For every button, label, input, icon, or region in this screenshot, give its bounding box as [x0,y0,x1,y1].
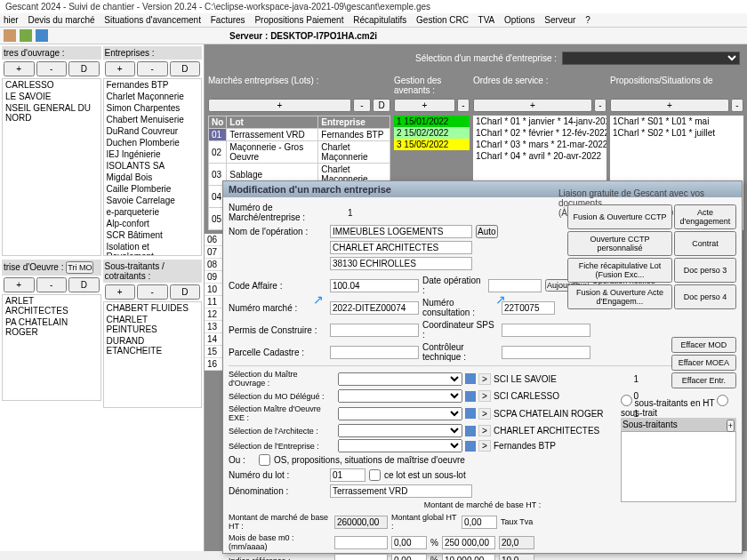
list-item[interactable]: CHARLET PEINTURES [104,314,202,335]
ctrl-tech-input[interactable] [502,346,590,359]
table-row[interactable]: 02Maçonnerie - Gros OeuvreCharlet Maçonn… [209,141,390,164]
remove-button[interactable]: - [36,277,68,292]
sel-dropdown[interactable] [338,372,462,386]
list-item[interactable]: e-parqueterie [104,206,202,218]
list-item[interactable]: 1Charl * S01 * L01 * mai [610,116,743,127]
montant-global-input[interactable] [462,516,497,529]
sel-dropdown[interactable] [338,407,462,420]
list-item[interactable]: 1Charl * S02 * L01 * juillet [610,127,743,139]
goto-button[interactable]: > [478,408,491,420]
st-add-button[interactable]: + [727,420,735,432]
tool-icon[interactable] [36,29,48,42]
list-item[interactable]: ISOLANTS SA [104,160,202,172]
effacer-mod-button[interactable]: Effacer MOD [671,337,736,353]
lots-add[interactable]: + [208,99,351,112]
menu-item[interactable]: Gestion CRC [416,15,469,25]
remove-button[interactable]: - [137,284,168,300]
list-item[interactable]: Charlet Maçonnerie [104,91,202,102]
menu-item[interactable]: Propositions Paiement [254,15,343,25]
montant-base-input[interactable] [334,516,388,529]
list-item[interactable]: Chabert Menuiserie [104,114,202,125]
list-item[interactable]: Migdal Bois [104,172,202,183]
permis-input[interactable] [330,324,419,337]
tva-input[interactable] [499,536,534,549]
list-item[interactable]: PA CHATELAIN ROGER [3,316,100,338]
list-item[interactable]: DURAND ETANCHEITE [104,335,202,356]
add-button[interactable]: + [4,277,35,292]
num-m-input[interactable] [330,301,419,315]
num-cons-input[interactable] [502,301,555,315]
tool-icon[interactable] [20,29,32,42]
amt-input[interactable] [442,554,495,560]
ent-list[interactable]: Fernandes BTPCharlet MaçonnerieSimon Cha… [103,78,203,256]
d-button[interactable]: D [68,61,100,76]
remove-button[interactable]: - [36,61,68,76]
list-item[interactable]: ARLET ARCHITECTES [3,295,100,316]
list-item[interactable]: NSEIL GENERAL DU NORD [3,102,100,124]
list-item[interactable]: CARLESSO [3,79,100,91]
ville-input[interactable] [330,257,472,270]
fiche-recap-button[interactable]: Fiche récapitulative Lot (Fusion Exc... [567,258,672,283]
list-item[interactable]: Alp-confort [104,218,202,229]
list-item[interactable]: 1Charl * 04 * avril * 20-avr-2022 [473,150,606,162]
av-rem[interactable]: - [457,99,470,112]
doc3-button[interactable]: Doc perso 3 [674,258,736,283]
st-ht-radio[interactable] [621,395,632,406]
list-item[interactable]: Fernandes BTP [104,79,202,91]
list-item[interactable]: CHABERT FLUIDES [104,302,202,314]
sous-lot-checkbox[interactable] [369,469,381,481]
archi-input[interactable] [330,241,472,254]
tva-input[interactable] [499,554,534,560]
list-item[interactable]: 1Charl * 01 * janvier * 14-janv-2022 [473,116,606,127]
list-item[interactable]: 1Charl * 02 * février * 12-fév-2022 [473,127,606,139]
list-item[interactable]: IEJ Ingénierie [104,148,202,160]
menu-item[interactable]: Serveur [544,15,575,25]
st-ttc-radio[interactable] [717,395,728,406]
date-op-input[interactable] [488,279,542,292]
goto-button[interactable]: > [478,373,491,385]
tri-mo-button[interactable]: Tri MO [66,261,93,274]
sel-dropdown[interactable] [338,389,462,403]
os-rem[interactable]: - [594,99,606,112]
auto-button[interactable]: Auto [476,225,498,238]
list-item[interactable]: DuRand Couvreur [104,125,202,137]
marche-select[interactable] [562,52,740,65]
pr-add[interactable]: + [610,99,729,112]
os-add[interactable]: + [473,99,592,112]
menu-item[interactable]: hier [4,15,19,25]
list-item[interactable]: Savoie Carrelage [104,195,202,206]
mo-list[interactable]: CARLESSOLE SAVOIENSEIL GENERAL DU NORD [2,78,101,256]
add-button[interactable]: + [105,284,136,300]
amt-input[interactable] [442,536,495,549]
effacer-moea-button[interactable]: Effacer MOEA [671,355,736,371]
effacer-entr-button[interactable]: Effacer Entr. [671,372,736,388]
table-row[interactable]: 01Terrassement VRDFernandes BTP [209,129,390,141]
contrat-button[interactable]: Contrat [674,231,736,256]
parcelle-input[interactable] [330,346,419,359]
sel-dropdown[interactable] [338,424,462,437]
moe-list[interactable]: ARLET ARCHITECTESPA CHATELAIN ROGER [2,294,101,401]
menu-item[interactable]: Factures [211,15,245,25]
lots-rem[interactable]: - [353,99,371,112]
goto-button[interactable]: > [478,390,491,402]
list-item[interactable]: LE SAVOIE [3,91,100,102]
list-item[interactable]: Simon Charpentes [104,102,202,114]
list-item[interactable]: Caille Plomberie [104,183,202,195]
pct-input[interactable] [391,554,427,560]
pct-input[interactable] [391,536,427,549]
indice-input[interactable] [334,554,388,560]
menu-item[interactable]: Options [504,15,534,25]
m0-input[interactable] [334,536,388,549]
tool-icon[interactable] [4,29,16,42]
list-item[interactable]: 1Charl * 03 * mars * 21-mar-2022 [473,139,606,150]
list-item[interactable]: Isolation et Ravalement [104,241,202,256]
lots-d[interactable]: D [373,99,390,112]
menu-item[interactable]: Récapitulatifs [353,15,406,25]
list-item[interactable]: Duchen Plomberie [104,137,202,148]
goto-button[interactable]: > [478,440,491,452]
fusion-cctp-button[interactable]: Fusion & Ouverture CCTP [567,204,672,229]
acte-eng-button[interactable]: Acte d'engagement [674,204,736,229]
d-button[interactable]: D [170,284,201,300]
sel-dropdown[interactable] [338,439,462,452]
add-button[interactable]: + [105,61,136,76]
